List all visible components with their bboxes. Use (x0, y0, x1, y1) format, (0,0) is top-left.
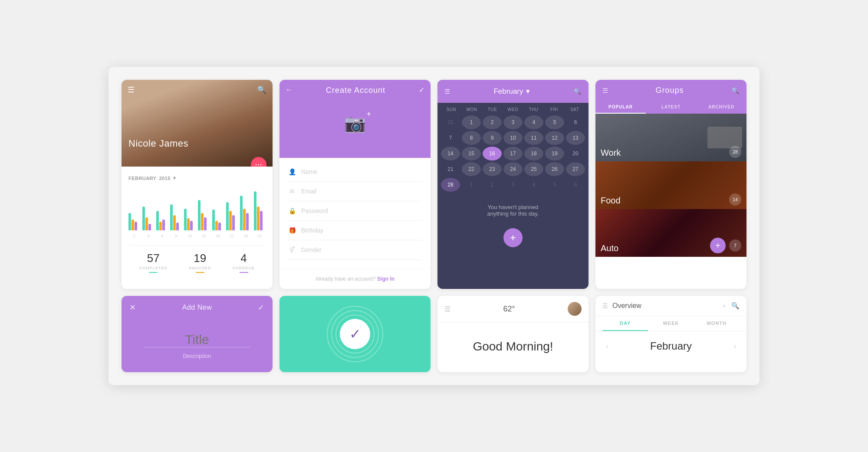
close-icon[interactable]: ✕ (129, 303, 136, 312)
overview-search-icon[interactable]: 🔍 (731, 302, 740, 310)
cal-day-15[interactable]: 15 (462, 147, 481, 160)
group-auto-info: Auto + 7 (595, 234, 746, 257)
overdue-value: 4 (233, 252, 255, 265)
cal-day-16-today[interactable]: 16 (483, 147, 502, 160)
bar-chart (128, 187, 266, 230)
tab-latest[interactable]: LATEST (646, 101, 696, 114)
tab-archived[interactable]: ARCHIVED (696, 101, 746, 114)
prev-month-button[interactable]: ‹ (606, 342, 608, 350)
check-icon[interactable]: ✓ (419, 86, 424, 95)
cal-day-5-next[interactable]: 5 (545, 178, 564, 192)
cal-day-14[interactable]: 14 (441, 147, 460, 160)
groups-card: ☰ Groups 🔍 POPULAR LATEST ARCHIVED Work (595, 80, 746, 289)
cal-day-26[interactable]: 26 (545, 162, 564, 176)
title-input[interactable] (144, 332, 250, 347)
cal-day-19[interactable]: 19 (545, 147, 564, 160)
cal-day-27[interactable]: 27 (566, 162, 585, 176)
calendar-fab: + (437, 224, 589, 254)
birthday-field[interactable]: 🎁 Birthday (288, 221, 422, 240)
password-field[interactable]: 🔒 Password (288, 201, 422, 221)
profile-header: ☰ 🔍 Nicole James ··· (122, 80, 273, 167)
group-food[interactable]: Food 14 (595, 161, 746, 209)
cal-day-17[interactable]: 17 (503, 147, 523, 160)
dropdown-icon[interactable]: ▾ (526, 87, 530, 96)
person-icon: 👤 (288, 168, 296, 175)
group-auto-name: Auto (601, 243, 618, 253)
camera-icon: 📷 (344, 114, 366, 133)
calendar-search-icon[interactable]: 🔍 (573, 88, 582, 95)
cal-day-28[interactable]: 28 (441, 178, 460, 192)
cal-day-2[interactable]: 2 (483, 115, 502, 129)
cal-day-6[interactable]: 6 (566, 115, 585, 129)
email-label: Email (301, 188, 316, 195)
cal-day-12[interactable]: 12 (545, 131, 564, 145)
cal-day-31-prev[interactable]: 31 (441, 115, 460, 129)
gender-field[interactable]: ⚥ Gender (288, 240, 422, 260)
cal-day-5[interactable]: 5 (545, 115, 564, 129)
morning-menu-icon[interactable]: ☰ (444, 305, 450, 313)
next-month-button[interactable]: › (734, 342, 736, 350)
calendar-title: February ▾ (493, 87, 529, 96)
cal-day-8[interactable]: 8 (462, 131, 481, 145)
back-icon[interactable]: ← (286, 86, 293, 95)
groups-title: Groups (655, 86, 684, 95)
main-container: ☰ 🔍 Nicole James ··· FEBRUARY 2015 ▾ (108, 67, 760, 385)
group-work[interactable]: Work 28 (595, 114, 746, 161)
calendar-empty-message: You haven't plannedanything for this day… (437, 195, 589, 224)
add-group-button[interactable]: + (710, 238, 726, 253)
birthday-icon: 🎁 (288, 227, 296, 234)
cal-day-3[interactable]: 3 (503, 115, 523, 129)
name-label: Name (301, 168, 317, 175)
email-field[interactable]: ✉ Email (288, 182, 422, 201)
search-icon[interactable]: 🔍 (257, 85, 266, 95)
add-icon[interactable]: + (722, 302, 726, 310)
cal-day-3-next[interactable]: 3 (503, 178, 523, 192)
cal-day-4[interactable]: 4 (524, 115, 543, 129)
group-work-name: Work (601, 148, 621, 158)
add-photo-icon[interactable]: + (366, 110, 371, 119)
sign-in-link[interactable]: Sign In (377, 276, 395, 282)
cal-day-22[interactable]: 22 (462, 162, 481, 176)
day-wed: WED (503, 107, 523, 112)
tab-month[interactable]: MONTH (694, 316, 740, 331)
cal-day-6-next[interactable]: 6 (566, 178, 585, 192)
tab-week[interactable]: WEEK (648, 316, 694, 331)
overview-menu-icon[interactable]: ☰ (602, 302, 608, 309)
groups-menu-icon[interactable]: ☰ (602, 87, 608, 95)
cal-day-1[interactable]: 1 (462, 115, 481, 129)
tab-day[interactable]: DAY (602, 316, 648, 331)
cal-day-4-next[interactable]: 4 (524, 178, 543, 192)
check-circles: ✓ (325, 304, 385, 364)
groups-search-icon[interactable]: 🔍 (731, 87, 740, 95)
tab-popular[interactable]: POPULAR (595, 101, 646, 114)
cal-day-1-next[interactable]: 1 (462, 178, 481, 192)
create-header: ← Create Account ✓ 📷 + (279, 80, 431, 158)
confirm-icon[interactable]: ✓ (258, 303, 265, 312)
completed-value: 57 (139, 252, 168, 265)
overview-title: Overview (612, 302, 641, 310)
cal-day-9[interactable]: 9 (483, 131, 502, 145)
cal-day-24[interactable]: 24 (503, 162, 523, 176)
cal-day-7[interactable]: 7 (441, 131, 460, 145)
user-avatar[interactable] (568, 302, 582, 316)
cal-day-25[interactable]: 25 (524, 162, 543, 176)
cal-day-2-next[interactable]: 2 (483, 178, 502, 192)
cal-day-21[interactable]: 21 (441, 162, 460, 176)
overview-header-icons: + 🔍 (722, 302, 740, 310)
gender-label: Gender (301, 246, 322, 253)
cal-day-10[interactable]: 10 (503, 131, 523, 145)
name-field[interactable]: 👤 Name (288, 162, 422, 182)
group-auto[interactable]: Auto + 7 (595, 209, 746, 257)
overdue-label: OVERDUE (233, 266, 255, 270)
completed-indicator (149, 272, 158, 273)
add-event-button[interactable]: + (503, 228, 523, 247)
cal-day-23[interactable]: 23 (483, 162, 502, 176)
profile-name: Nicole James (128, 138, 188, 149)
cal-day-20[interactable]: 20 (566, 147, 585, 160)
calendar-menu-icon[interactable]: ☰ (444, 88, 450, 95)
snoozed-label: SNOOZED (189, 266, 211, 270)
cal-day-18[interactable]: 18 (524, 147, 543, 160)
cal-day-11[interactable]: 11 (524, 131, 543, 145)
cal-day-13[interactable]: 13 (566, 131, 585, 145)
menu-icon[interactable]: ☰ (128, 85, 135, 95)
